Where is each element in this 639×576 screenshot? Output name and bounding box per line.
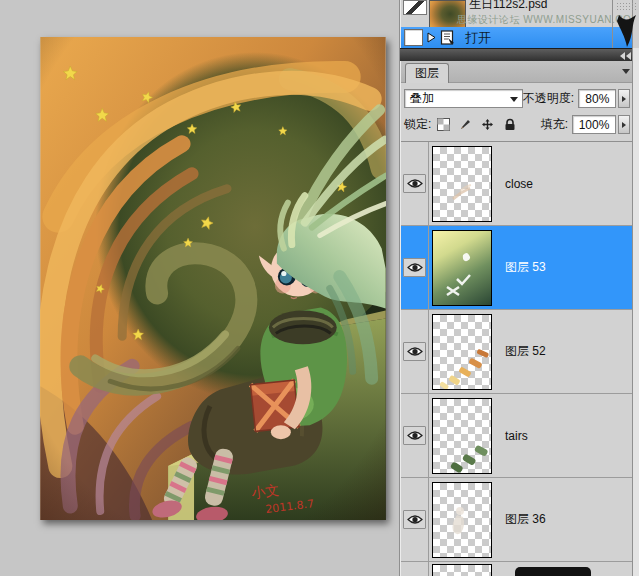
painting-illustration: 小文 2011.8.7 [40, 37, 386, 520]
opacity-input[interactable]: 80% [578, 89, 616, 108]
lock-pixels-button[interactable] [456, 116, 475, 133]
dock-edge [632, 0, 639, 576]
history-state-doc-icon [440, 30, 455, 45]
brush-icon [459, 118, 472, 131]
history-brush-state-icon [403, 0, 427, 15]
layer-name[interactable]: tairs [505, 429, 528, 443]
blend-mode-value: 叠加 [410, 90, 434, 107]
layer-row-36[interactable]: 图层 36 [401, 478, 633, 562]
layer-name[interactable]: close [505, 177, 533, 191]
blend-mode-select[interactable]: 叠加 [404, 89, 523, 108]
visibility-column [401, 394, 429, 477]
visibility-toggle[interactable] [403, 174, 426, 193]
chevron-right-icon [622, 122, 626, 128]
visibility-toggle[interactable] [403, 426, 426, 445]
panel-divider [612, 0, 613, 48]
layer-row-tairs[interactable]: tairs [401, 394, 633, 478]
history-brush-source-checkbox[interactable] [404, 29, 423, 46]
history-state-open[interactable]: 打开 [401, 27, 633, 48]
eye-icon [407, 514, 423, 525]
fill-label: 填充: [541, 116, 568, 133]
layer-name[interactable]: 图层 36 [505, 511, 546, 528]
move-icon [481, 118, 494, 131]
layer-row-53[interactable]: 图层 53 [401, 226, 633, 310]
canvas-workspace: 小文 2011.8.7 [0, 0, 400, 576]
panel-menu-icon[interactable] [622, 69, 630, 74]
layer-row-52[interactable]: 图层 52 [401, 310, 633, 394]
layer-thumbnail[interactable] [432, 146, 492, 222]
opacity-label: 不透明度: [523, 90, 574, 107]
history-panel: 生日112s2.psd 思缘设计论坛 WWW.MISSYUAN.COM 打开 [401, 0, 633, 48]
visibility-column [401, 142, 429, 225]
fill-input[interactable]: 100% [572, 115, 616, 134]
eye-icon [407, 346, 423, 357]
lock-all-button[interactable] [500, 116, 519, 133]
lock-transparency-icon [437, 118, 450, 131]
lock-icon [504, 118, 516, 131]
visibility-toggle[interactable] [403, 510, 426, 529]
opacity-slider-button[interactable] [618, 89, 630, 108]
visibility-column [401, 478, 429, 561]
layer-name-edit-box[interactable] [515, 567, 591, 576]
fill-slider-button[interactable] [618, 115, 630, 134]
visibility-column [401, 310, 429, 393]
tool-cursor-icon [615, 13, 639, 49]
chevron-right-icon [622, 96, 626, 102]
eye-icon [407, 262, 423, 273]
collapse-arrows-icon [620, 52, 632, 60]
lock-position-button[interactable] [478, 116, 497, 133]
eye-icon [407, 430, 423, 441]
visibility-column [401, 226, 429, 309]
chevron-down-icon [510, 97, 518, 102]
panel-collapse-bar[interactable] [400, 48, 639, 61]
lock-label: 锁定: [404, 116, 431, 133]
document-filename: 生日112s2.psd [469, 0, 548, 13]
layer-thumbnail[interactable] [432, 314, 492, 390]
layer-list: close [401, 141, 633, 576]
layers-panel: 图层 叠加 不透明度: 80% 锁定: [401, 61, 633, 576]
layer-thumbnail[interactable] [432, 482, 492, 558]
layer-name[interactable]: 图层 52 [505, 343, 546, 360]
visibility-toggle[interactable] [403, 342, 426, 361]
layer-row-partial[interactable] [401, 562, 633, 576]
layers-controls: 叠加 不透明度: 80% 锁定: [401, 83, 633, 141]
layer-name[interactable]: 图层 53 [505, 259, 546, 276]
eye-icon [407, 178, 423, 189]
document-canvas[interactable]: 小文 2011.8.7 [40, 37, 386, 520]
play-triangle-icon [427, 32, 436, 43]
tab-layers[interactable]: 图层 [405, 63, 449, 83]
panels-dock: 生日112s2.psd 思缘设计论坛 WWW.MISSYUAN.COM 打开 图… [400, 0, 633, 576]
lock-transparency-button[interactable] [434, 116, 453, 133]
visibility-column [401, 562, 429, 576]
panel-grip-icon[interactable] [616, 2, 637, 11]
layer-row-close[interactable]: close [401, 142, 633, 226]
layer-thumbnail[interactable] [432, 398, 492, 474]
layer-thumbnail[interactable] [432, 230, 492, 306]
panel-tab-bar: 图层 [401, 61, 633, 83]
visibility-toggle[interactable] [403, 258, 426, 277]
history-state-label: 打开 [465, 29, 491, 47]
layer-thumbnail[interactable] [432, 564, 492, 576]
